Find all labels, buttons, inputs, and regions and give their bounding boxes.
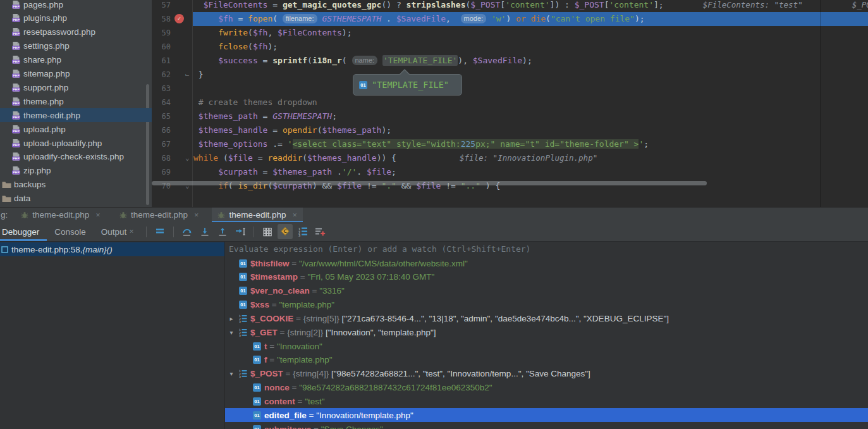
- code-line-65[interactable]: 65 $themes_path = GSTHEMESPATH;: [152, 109, 868, 123]
- chevron-down-icon[interactable]: ▾: [228, 370, 235, 377]
- tree-item-support.php[interactable]: PHPsupport.php: [0, 80, 152, 94]
- parameter-hint: name:: [352, 56, 378, 65]
- variable-text: edited_file = "Innovation/template.php": [264, 411, 413, 420]
- code-token: $fh: [253, 42, 267, 51]
- variable-row-timestamp[interactable]: 01$timestamp = "Fri, 05 May 2023 07:18:4…: [225, 270, 868, 284]
- code-token: $_POST: [470, 0, 500, 9]
- editor-horizontal-scrollbar[interactable]: [152, 181, 707, 185]
- tree-item-upload-uploadify.php[interactable]: PHPupload-uploadify.php: [0, 136, 152, 150]
- code-token: GSTHEMESPATH: [322, 14, 381, 23]
- code-line-68[interactable]: 68⌄while ($file = readdir($themes_handle…: [152, 151, 868, 165]
- editor-tab-theme-edit.php-2[interactable]: theme-edit.php✕: [114, 208, 205, 222]
- code-token: <select class="text" style="width:: [293, 139, 461, 149]
- variable-row-f[interactable]: 01f = "template.php": [225, 353, 868, 367]
- code-token: die: [531, 14, 546, 23]
- debug-tab-console[interactable]: Console: [47, 222, 94, 241]
- code-token: or: [516, 14, 526, 23]
- tree-item-zip.php[interactable]: PHPzip.php: [0, 164, 152, 178]
- fold-marker-icon[interactable]: ⌐: [185, 68, 190, 82]
- tree-item-uploadify-check-exists.php[interactable]: PHPuploadify-check-exists.php: [0, 150, 152, 164]
- frame-location: theme-edit.php:58,: [11, 245, 83, 254]
- code-token: );: [635, 14, 645, 23]
- code-token: # create themes dropdown: [199, 97, 317, 107]
- code-token: .: [381, 14, 396, 23]
- code-token: [193, 14, 218, 23]
- code-token: [486, 14, 491, 23]
- tree-item-settings.php[interactable]: PHPsettings.php: [0, 39, 152, 53]
- frame-icon: [1, 246, 8, 253]
- evaluate-expression-input[interactable]: Evaluate expression (Enter) or add a wat…: [225, 242, 868, 256]
- variable-row-submitsave[interactable]: 01submitsave = "Save Changes": [225, 422, 868, 429]
- editor-tab-theme-edit.php-3[interactable]: theme-edit.php✕: [212, 208, 303, 222]
- code-token: 'content': [609, 0, 654, 9]
- restore-layout-icon[interactable]: [152, 224, 168, 239]
- breakpoint-icon[interactable]: ✓: [174, 14, 184, 23]
- editor-tab-theme-edit.php-1[interactable]: theme-edit.php✕: [15, 208, 106, 222]
- variable-row-_POST[interactable]: ▾123$_POST = {string[4]} ["98e574282a688…: [225, 367, 868, 381]
- tree-item-share.php[interactable]: PHPshare.php: [0, 53, 152, 67]
- code-line-57[interactable]: 57 $FileContents = get_magic_quotes_gpc(…: [152, 0, 868, 12]
- tree-item-resetpassword.php[interactable]: PHPresetpassword.php: [0, 25, 152, 39]
- tree-item-backups[interactable]: backups: [0, 178, 152, 192]
- code-line-62[interactable]: 62⌐ }: [152, 68, 868, 82]
- code-line-66[interactable]: 66 $themes_handle = opendir($themes_path…: [152, 123, 868, 137]
- tooltip-value: "TEMPLATE_FILE": [372, 80, 449, 90]
- code-line-61[interactable]: 61 $success = sprintf(i18n_r( name: 'TEM…: [152, 54, 868, 68]
- tree-item-data[interactable]: data: [0, 192, 152, 206]
- code-line-58[interactable]: 58✓ $fh = fopen( filename: GSTHEMESPATH …: [152, 12, 868, 26]
- show-numeric-values-icon[interactable]: 123: [295, 224, 310, 239]
- code-line-64[interactable]: 64 # create themes dropdown: [152, 96, 868, 109]
- variable-row-ver_no_clean[interactable]: 01$ver_no_clean = "3316": [225, 284, 868, 298]
- tree-item-label: upload.php: [23, 125, 66, 134]
- code-token: $themes_path: [199, 111, 258, 121]
- variable-row-t[interactable]: 01t = "Innovation": [225, 339, 868, 353]
- run-to-cursor-icon[interactable]: [233, 224, 248, 239]
- close-icon[interactable]: ✕: [293, 212, 298, 218]
- tree-item-theme-edit.php[interactable]: PHPtheme-edit.php: [0, 108, 152, 122]
- tree-item-theme.php[interactable]: PHPtheme.php: [0, 94, 152, 108]
- step-out-icon[interactable]: [215, 224, 230, 239]
- code-token: $_POST: [575, 0, 604, 9]
- variable-row-xss[interactable]: 01$xss = "template.php": [225, 298, 868, 312]
- close-icon[interactable]: ✕: [95, 212, 101, 218]
- variable-row-_GET[interactable]: ▾123$_GET = {string[2]} ["Innovation", "…: [225, 325, 868, 339]
- tree-item-sitemap.php[interactable]: PHPsitemap.php: [0, 67, 152, 81]
- chevron-right-icon[interactable]: ▸: [228, 315, 235, 322]
- new-watch-icon[interactable]: [313, 224, 328, 239]
- frame-row[interactable]: theme-edit.php:58, {main}(): [0, 242, 224, 256]
- close-icon[interactable]: ✕: [194, 212, 199, 218]
- chevron-down-icon[interactable]: ▾: [228, 329, 235, 336]
- debug-bug-icon: [217, 211, 225, 219]
- variable-row-content[interactable]: 01content = "test": [225, 395, 868, 409]
- step-over-icon[interactable]: [180, 224, 195, 239]
- debug-tab-output[interactable]: Output✕: [94, 222, 142, 241]
- debug-tab-debugger[interactable]: Debugger: [0, 222, 47, 241]
- tree-item-plugins.php[interactable]: PHPplugins.php: [0, 11, 152, 25]
- code-token: =: [258, 111, 272, 121]
- tree-item-pages.php[interactable]: PHPpages.php: [0, 0, 152, 11]
- tree-item-upload.php[interactable]: PHPupload.php: [0, 122, 152, 136]
- line-number: 66: [156, 123, 171, 137]
- code-line-69[interactable]: 69 $curpath = $themes_path .'/'. $file;: [152, 165, 868, 179]
- code-line-60[interactable]: 60 fclose($fh);: [152, 40, 868, 54]
- variable-row-_COOKIE[interactable]: ▸123$_COOKIE = {string[5]} ["271ca673-85…: [225, 311, 868, 325]
- code-line-63[interactable]: 63: [152, 82, 868, 96]
- variable-row-nonce[interactable]: 01nonce = "98e574282a68821887432c61724f8…: [225, 381, 868, 395]
- close-icon[interactable]: ✕: [129, 228, 134, 235]
- step-into-icon[interactable]: [197, 224, 212, 239]
- code-editor[interactable]: 01 "TEMPLATE_FILE" 57 $FileContents = ge…: [152, 0, 868, 207]
- code-token: (: [342, 56, 352, 65]
- variable-row-thisfilew[interactable]: 01$thisfilew = "/var/www/html/CMS/data/o…: [225, 256, 868, 270]
- code-token: $fh: [253, 28, 267, 37]
- debug-toolbar: DebuggerConsoleOutput✕C123: [0, 222, 868, 241]
- fold-marker-icon[interactable]: ⌄: [185, 151, 190, 165]
- php-console-icon[interactable]: C: [278, 224, 293, 239]
- view-breakpoints-icon[interactable]: [260, 224, 275, 239]
- tree-item-label: sitemap.php: [23, 69, 70, 78]
- code-line-67[interactable]: 67 $theme_options .= '<select class="tex…: [152, 137, 868, 151]
- variable-row-edited_file[interactable]: 01edited_file = "Innovation/template.php…: [225, 408, 868, 422]
- svg-text:3: 3: [239, 334, 241, 337]
- code-line-59[interactable]: 59 fwrite($fh, $FileContents);: [152, 26, 868, 40]
- code-token: $themes_handle: [307, 153, 377, 163]
- variable-text: content = "test": [264, 397, 325, 406]
